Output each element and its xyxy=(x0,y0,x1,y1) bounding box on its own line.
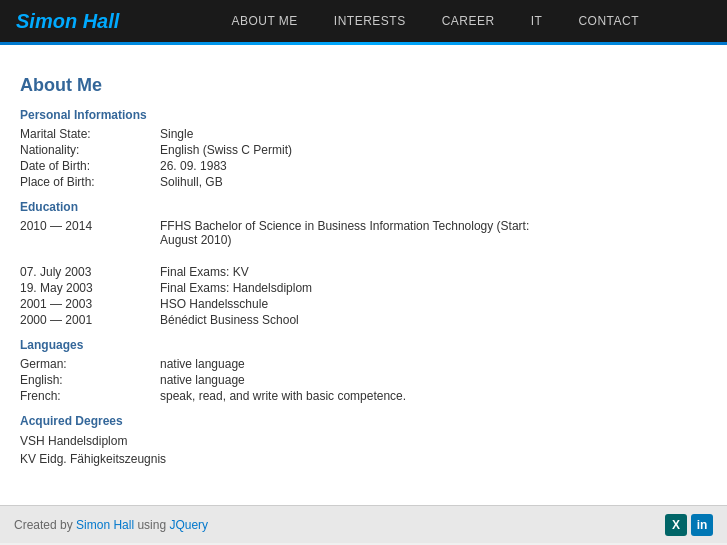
edu-description: Final Exams: Handelsdiplom xyxy=(160,280,707,296)
edu-period: 2010 — 2014 xyxy=(20,218,160,248)
nav-contact[interactable]: CONTACT xyxy=(578,14,639,28)
edu-period xyxy=(20,248,160,264)
edu-period: 07. July 2003 xyxy=(20,264,160,280)
footer-prefix: Created by xyxy=(14,518,76,532)
field-label: Date of Birth: xyxy=(20,158,160,174)
main-content: About Me Personal Informations Marital S… xyxy=(0,45,727,505)
nav-it[interactable]: IT xyxy=(531,14,543,28)
table-row: English: native language xyxy=(20,372,707,388)
table-row: 2001 — 2003 HSO Handelsschule xyxy=(20,296,707,312)
lang-level: native language xyxy=(160,372,707,388)
site-title[interactable]: Simon Hall xyxy=(16,10,119,33)
table-row: French: speak, read, and write with basi… xyxy=(20,388,707,404)
social-icons-group: X in xyxy=(665,514,713,536)
edu-description: HSO Handelsschule xyxy=(160,296,707,312)
edu-period: 2001 — 2003 xyxy=(20,296,160,312)
languages-table: German: native language English: native … xyxy=(20,356,707,404)
nav-interests[interactable]: INTERESTS xyxy=(334,14,406,28)
field-value: Solihull, GB xyxy=(160,174,707,190)
lang-label: French: xyxy=(20,388,160,404)
personal-section-title: Personal Informations xyxy=(20,108,707,122)
field-value: 26. 09. 1983 xyxy=(160,158,707,174)
footer-text: Created by Simon Hall using JQuery xyxy=(14,518,208,532)
main-nav: ABOUT ME INTERESTS CAREER IT CONTACT xyxy=(159,14,711,28)
field-value: English (Swiss C Permit) xyxy=(160,142,707,158)
footer-framework-link[interactable]: JQuery xyxy=(169,518,208,532)
personal-info-table: Marital State: Single Nationality: Engli… xyxy=(20,126,707,190)
field-value: Single xyxy=(160,126,707,142)
field-label: Place of Birth: xyxy=(20,174,160,190)
field-label: Marital State: xyxy=(20,126,160,142)
education-table: 2010 — 2014 FFHS Bachelor of Science in … xyxy=(20,218,707,328)
table-row: 2010 — 2014 FFHS Bachelor of Science in … xyxy=(20,218,707,248)
page-title: About Me xyxy=(20,75,707,96)
edu-description: Bénédict Business School xyxy=(160,312,707,328)
footer-middle: using xyxy=(134,518,169,532)
nav-about[interactable]: ABOUT ME xyxy=(231,14,297,28)
table-row: German: native language xyxy=(20,356,707,372)
degree-item-1: VSH Handelsdiplom xyxy=(20,432,707,450)
edu-description: FFHS Bachelor of Science in Business Inf… xyxy=(160,218,707,248)
languages-section-title: Languages xyxy=(20,338,707,352)
table-row: Nationality: English (Swiss C Permit) xyxy=(20,142,707,158)
table-row: Marital State: Single xyxy=(20,126,707,142)
lang-label: English: xyxy=(20,372,160,388)
nav-career[interactable]: CAREER xyxy=(442,14,495,28)
edu-description xyxy=(160,248,707,264)
footer: Created by Simon Hall using JQuery X in xyxy=(0,505,727,543)
lang-label: German: xyxy=(20,356,160,372)
lang-level: speak, read, and write with basic compet… xyxy=(160,388,707,404)
education-section-title: Education xyxy=(20,200,707,214)
table-row: Place of Birth: Solihull, GB xyxy=(20,174,707,190)
table-row: Date of Birth: 26. 09. 1983 xyxy=(20,158,707,174)
field-label: Nationality: xyxy=(20,142,160,158)
edu-period: 2000 — 2001 xyxy=(20,312,160,328)
edu-period: 19. May 2003 xyxy=(20,280,160,296)
degrees-section-title: Acquired Degrees xyxy=(20,414,707,428)
table-row: 07. July 2003 Final Exams: KV xyxy=(20,264,707,280)
table-row: 2000 — 2001 Bénédict Business School xyxy=(20,312,707,328)
table-row xyxy=(20,248,707,264)
linkedin-icon[interactable]: in xyxy=(691,514,713,536)
lang-level: native language xyxy=(160,356,707,372)
xing-icon[interactable]: X xyxy=(665,514,687,536)
footer-author-link[interactable]: Simon Hall xyxy=(76,518,134,532)
table-row: 19. May 2003 Final Exams: Handelsdiplom xyxy=(20,280,707,296)
edu-description: Final Exams: KV xyxy=(160,264,707,280)
degree-item-2: KV Eidg. Fähigkeitszeugnis xyxy=(20,450,707,468)
header: Simon Hall ABOUT ME INTERESTS CAREER IT … xyxy=(0,0,727,42)
